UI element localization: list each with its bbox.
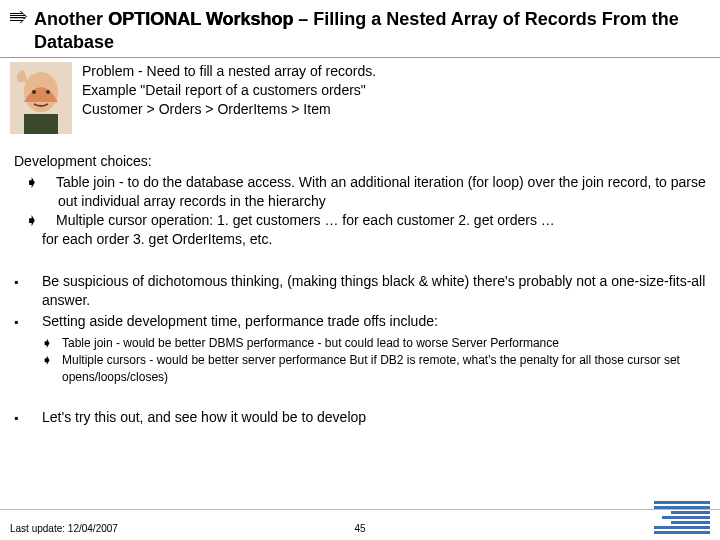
intro-text: Problem - Need to fill a nested array of… [82,62,376,134]
dev-bullet-2-text: Multiple cursor operation: 1. get custom… [56,212,555,228]
svg-rect-2 [24,114,58,134]
svg-point-4 [46,90,50,94]
svg-point-3 [32,90,36,94]
title-arrow-icon: ⭆ [10,8,28,30]
title-prefix: Another [34,9,108,29]
page-number: 45 [354,523,365,534]
footer: Last update: 12/04/2007 45 [0,501,720,534]
square-bullet-icon: ▪ [14,312,42,385]
point-3-text: Let's try this out, and see how it would… [42,408,706,427]
nested-list: ➧ Table join - would be better DBMS perf… [42,335,706,385]
point-1-text: Be suspicious of dichotomous thinking, (… [42,272,706,310]
nested-1: ➧ Table join - would be better DBMS perf… [42,335,706,351]
dev-bullet-1: ➧Table join - to do the database access.… [14,173,706,211]
dev-trailing: for each order 3. get OrderItems, etc. [14,230,706,249]
presenter-photo [10,62,72,134]
point-2: ▪ Setting aside development time, perfor… [14,312,706,385]
dev-heading: Development choices: [14,152,706,171]
ibm-logo-icon [654,501,710,534]
nested-1-text: Table join - would be better DBMS perfor… [62,335,559,351]
dev-bullet-1-text: Table join - to do the database access. … [56,174,706,209]
intro-line-1: Problem - Need to fill a nested array of… [82,62,376,81]
arrow-icon: ➧ [42,335,62,351]
slide: ⭆ Another OPTIONAL Workshop – Filling a … [0,0,720,540]
point-2-text: Setting aside development time, performa… [42,312,706,331]
square-bullet-icon: ▪ [14,408,42,427]
arrow-icon: ➧ [42,173,56,192]
square-bullet-icon: ▪ [14,272,42,310]
intro-line-2: Example "Detail report of a customers or… [82,81,376,100]
title-optional: OPTIONAL Workshop [108,9,293,29]
intro-line-3: Customer > Orders > OrderItems > Item [82,100,376,119]
slide-title: Another OPTIONAL Workshop – Filling a Ne… [34,8,710,53]
dev-choices: Development choices: ➧Table join - to do… [0,134,720,248]
square-bullets: ▪ Be suspicious of dichotomous thinking,… [0,248,720,426]
last-update: Last update: 12/04/2007 [10,523,118,534]
nested-2-text: Multiple cursors - would be better serve… [62,352,706,384]
arrow-icon: ➧ [42,352,62,384]
dev-bullet-2: ➧Multiple cursor operation: 1. get custo… [14,211,706,230]
intro-row: Problem - Need to fill a nested array of… [0,58,720,134]
nested-2: ➧ Multiple cursors - would be better ser… [42,352,706,384]
point-3: ▪ Let's try this out, and see how it wou… [14,408,706,427]
point-1: ▪ Be suspicious of dichotomous thinking,… [14,272,706,310]
title-bar: ⭆ Another OPTIONAL Workshop – Filling a … [0,0,720,58]
arrow-icon: ➧ [42,211,56,230]
